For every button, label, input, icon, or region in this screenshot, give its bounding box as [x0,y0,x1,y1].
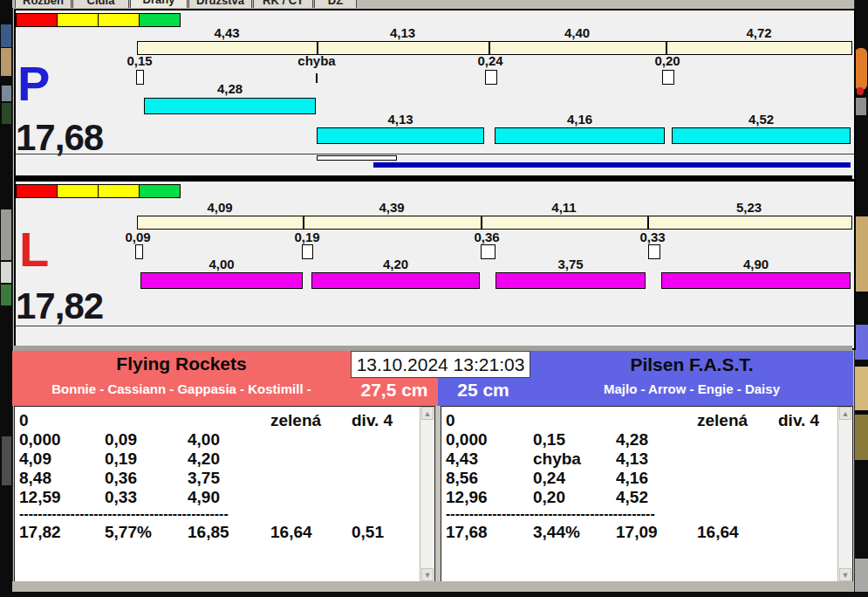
crossing-marker [136,70,144,85]
leg-time: 3,75 [496,257,646,271]
cell-cumulative: 4,43 [446,449,533,469]
tab-drahy[interactable]: Dráhy [130,0,188,8]
separator-dashes: ----------------------------------------… [446,507,686,523]
cell-empty [188,411,270,430]
desktop-edge-left [0,0,12,597]
wallpaper-fragment [1,262,11,283]
cell-crossing: 0,24 [533,469,616,488]
lane-l-letter: L [19,225,49,274]
leg-bar [672,127,851,144]
cell-crossing: 0,15 [533,430,616,449]
split-divider [303,216,304,229]
crossing-time: 0,15 [105,54,174,68]
cell-start: 0 [446,411,533,430]
crossing-marker [481,244,496,259]
wallpaper-fragment [2,103,11,124]
start-lights-p [16,13,180,27]
scrollbar[interactable]: ▲ ▼ [837,407,852,581]
lane-l-total-time: 17,82 [16,288,103,325]
tab-rozbeh[interactable]: Rozběh [15,0,72,8]
cell-cumulative: 0,000 [446,430,533,449]
results-table-right[interactable]: 0 zelená div. 4 0,000 0,15 4,28 4,43 chy… [441,406,853,582]
cell-status: zelená [270,411,352,430]
jump-height-left: 27,5 cm [351,380,438,401]
tab-cidla[interactable]: Čidla [72,0,129,8]
results-grid-left: 0 zelená div. 4 0,000 0,09 4,00 4,09 0,1… [15,407,434,542]
cell-cumulative: 0,000 [19,430,105,449]
team-left-name: Flying Rockets [12,353,351,374]
light-yellow-icon [98,184,140,198]
tab-druzstva[interactable]: Družstva [188,0,252,8]
scrollbar[interactable]: ▲ ▼ [420,407,434,581]
light-yellow-icon [57,184,99,198]
crossing-time: 0,19 [272,230,342,244]
cell-empty [270,469,352,488]
leg-time: 4,13 [317,113,484,127]
light-yellow-icon [98,13,140,27]
cell-empty [697,430,778,449]
leg-bar [495,127,665,144]
scroll-up-icon[interactable]: ▲ [421,407,434,420]
cell-leg: 4,16 [616,469,697,488]
crossing-marker [662,70,674,85]
cell-crossing: 0,20 [533,488,616,507]
cell-empty [270,449,352,469]
cell-status: zelená [697,411,778,430]
cell-empty [616,411,697,430]
background-window-fragment [855,216,868,292]
light-yellow-icon [57,13,99,27]
leg-time: 4,16 [495,113,665,127]
cell-total: 17,82 [19,523,105,542]
split-time: 5,23 [647,201,851,215]
window-bottom-frame [12,581,853,592]
wallpaper-fragment [1,209,11,260]
wallpaper-fragment [1,48,11,76]
tab-bar: Rozběh Čidla Dráhy Družstva RK / ČT DZ [12,0,853,8]
split-time: 4,11 [481,201,647,215]
split-divider [666,42,667,54]
crossing-error-tick [316,73,318,83]
leg-bar [661,272,851,289]
wallpaper-fragment [2,86,11,101]
timestamp: 13.10.2024 13:21:03 [351,351,530,378]
leg-time: 4,52 [672,113,851,127]
scroll-up-icon[interactable]: ▲ [839,407,851,420]
cell-leg: 4,20 [188,449,270,469]
scroll-down-icon[interactable]: ▼ [421,568,434,581]
lane-p-total-time: 17,68 [16,120,103,156]
team-left-dogs: Bonnie - Cassiann - Gappasia - Kostimill… [12,381,351,397]
leg-bar [317,127,484,144]
lane-p-letter: P [17,59,50,108]
wallpaper-fragment [1,285,11,305]
screen: Rozběh Čidla Dráhy Družstva RK / ČT DZ 4… [0,0,868,597]
split-divider [317,42,318,54]
wallpaper-fragment [2,436,11,485]
cell-cumulative: 8,56 [446,469,533,488]
browser-icon[interactable] [855,48,867,90]
cell-empty [697,469,778,488]
split-time: 4,13 [317,26,489,40]
scroll-down-icon[interactable]: ▼ [839,568,851,581]
tab-rk-ct[interactable]: RK / ČT [253,0,313,8]
split-time: 4,43 [137,26,317,40]
progress-bar [373,162,851,168]
results-table-left[interactable]: 0 zelená div. 4 0,000 0,09 4,00 4,09 0,1… [14,406,435,582]
background-window-fragment [855,415,868,460]
split-time: 4,40 [489,26,666,40]
cell-percent: 3,44% [533,523,616,542]
cell-empty [697,449,778,469]
leg-time: 4,20 [311,257,480,271]
tab-dz[interactable]: DZ [314,0,357,8]
cell-empty [533,411,616,430]
cell-crossing: 0,36 [105,469,188,488]
lane-p-panel: 4,43 4,13 4,40 4,72 0,15 chyba 0,24 0,20… [14,9,856,181]
results-grid-right: 0 zelená div. 4 0,000 0,15 4,28 4,43 chy… [441,407,852,542]
separator-line [16,154,854,154]
cell-empty [270,488,352,507]
crossing-marker [648,244,660,259]
wallpaper-fragment [1,24,11,47]
lane-l-panel: 4,09 4,39 4,11 5,23 0,09 0,19 0,36 0,33 … [14,180,856,350]
cell-crossing: 0,19 [105,449,188,469]
jump-height-right: 25 cm [438,380,529,401]
cell-empty [105,411,188,430]
